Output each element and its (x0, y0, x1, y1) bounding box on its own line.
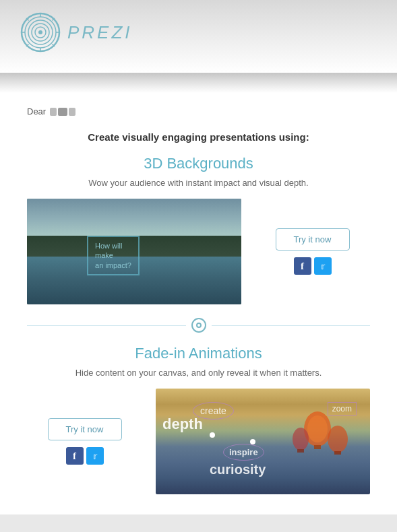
feature1-actions: Try it now f 𝕣 (255, 228, 370, 275)
lake-text-overlay: How will make an impact? (87, 236, 140, 275)
avatar (50, 108, 75, 116)
feature2-title: Fade-in Animations (27, 345, 370, 362)
greeting-line: Dear (27, 106, 370, 117)
header: PREZI (0, 0, 397, 73)
balloon-background-image: create depth zoom inspire curiosity (156, 389, 370, 494)
section-intro: Create visually engaging presentations u… (27, 131, 370, 143)
feature1-try-button[interactable]: Try it now (276, 228, 350, 251)
feature2-row: Try it now f 𝕣 (27, 389, 370, 494)
cloud-decoration (0, 73, 397, 93)
svg-point-5 (38, 30, 42, 34)
divider-right-line (212, 325, 371, 326)
divider-circle-icon (191, 318, 206, 333)
feature1-desc: Wow your audience with instant impact an… (27, 178, 370, 188)
feature2-twitter-icon[interactable]: 𝕣 (86, 447, 104, 465)
lake-line1: How will (95, 241, 131, 251)
balloon-curiosity-word: curiosity (210, 462, 266, 477)
feature2-try-button[interactable]: Try it now (48, 418, 122, 440)
feature2-desc: Hide content on your canvas, and only re… (27, 368, 370, 378)
feature2-social-icons: f 𝕣 (66, 447, 104, 465)
logo-wrapper: PREZI (20, 12, 133, 53)
balloon-inspire-word: inspire (223, 444, 264, 461)
divider-left-line (27, 325, 186, 326)
feature2-facebook-icon[interactable]: f (66, 447, 84, 465)
prezi-logo-icon (20, 12, 61, 53)
lake-line3: an impact? (95, 261, 131, 270)
feature1-image: How will make an impact? (27, 199, 241, 304)
dot1 (210, 432, 215, 438)
dot2 (250, 439, 255, 444)
lake-background-image: How will make an impact? (27, 199, 241, 304)
feature1-title: 3D Backgrounds (27, 155, 370, 172)
main-content: Dear Create visually engaging presentati… (0, 93, 397, 514)
balloon-zoom-word: zoom (328, 402, 357, 415)
lake-line2: make (95, 251, 131, 260)
feature1-social-icons: f 𝕣 (294, 257, 332, 275)
facebook-icon[interactable]: f (294, 257, 311, 275)
logo-text: PREZI (67, 22, 133, 43)
email-container: PREZI Dear Create visually engaging pres… (0, 0, 397, 514)
feature1-row: How will make an impact? Try it now f 𝕣 (27, 199, 370, 304)
feature2-actions: Try it now f 𝕣 (27, 418, 142, 465)
balloon-depth-word: depth (162, 415, 203, 433)
section-divider (27, 318, 370, 333)
dear-label: Dear (27, 106, 46, 117)
feature2-image: create depth zoom inspire curiosity (156, 389, 370, 494)
twitter-icon[interactable]: 𝕣 (314, 257, 332, 275)
